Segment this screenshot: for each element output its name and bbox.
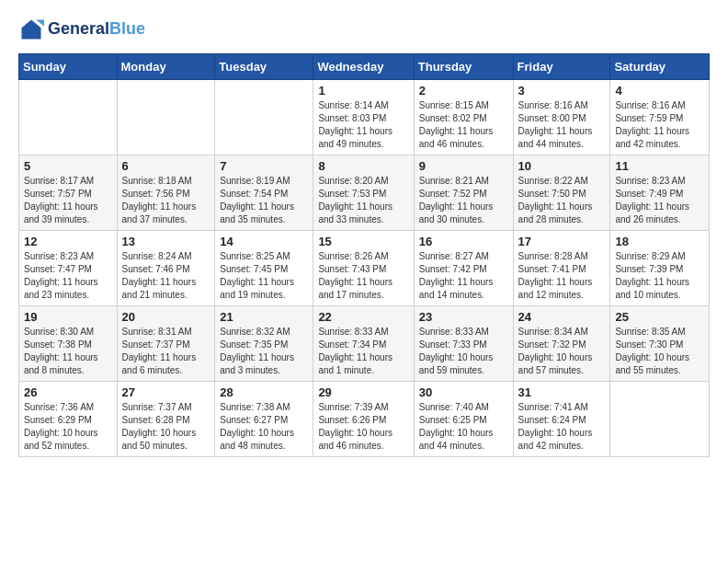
calendar-cell: 1Sunrise: 8:14 AM Sunset: 8:03 PM Daylig… [313,80,414,155]
calendar-cell: 11Sunrise: 8:23 AM Sunset: 7:49 PM Dayli… [610,155,710,231]
day-info: Sunrise: 8:16 AM Sunset: 7:59 PM Dayligh… [615,99,704,151]
day-info: Sunrise: 7:39 AM Sunset: 6:26 PM Dayligh… [318,401,408,453]
day-number: 6 [122,159,210,173]
calendar-cell: 25Sunrise: 8:35 AM Sunset: 7:30 PM Dayli… [610,306,710,382]
calendar-week-4: 19Sunrise: 8:30 AM Sunset: 7:38 PM Dayli… [19,306,710,382]
day-number: 18 [615,235,704,248]
day-number: 14 [220,235,308,248]
header: GeneralBlue [18,17,710,42]
day-info: Sunrise: 8:32 AM Sunset: 7:35 PM Dayligh… [220,326,308,377]
weekday-header-tuesday: Tuesday [215,54,313,80]
calendar-cell: 30Sunrise: 7:40 AM Sunset: 6:25 PM Dayli… [414,382,513,457]
calendar-cell: 10Sunrise: 8:22 AM Sunset: 7:50 PM Dayli… [513,155,610,231]
calendar-cell: 2Sunrise: 8:15 AM Sunset: 8:02 PM Daylig… [414,80,513,155]
calendar-cell [19,80,118,155]
day-number: 9 [419,159,508,173]
day-number: 20 [122,310,210,324]
day-number: 1 [318,84,408,98]
day-info: Sunrise: 8:15 AM Sunset: 8:02 PM Dayligh… [419,99,508,151]
day-info: Sunrise: 7:40 AM Sunset: 6:25 PM Dayligh… [419,401,508,453]
logo-icon [18,17,44,42]
day-info: Sunrise: 7:41 AM Sunset: 6:24 PM Dayligh… [518,401,606,453]
weekday-header-saturday: Saturday [610,54,710,80]
day-number: 5 [24,159,112,173]
day-info: Sunrise: 8:21 AM Sunset: 7:52 PM Dayligh… [419,175,508,226]
weekday-header-row: SundayMondayTuesdayWednesdayThursdayFrid… [19,54,710,80]
day-number: 3 [518,84,606,98]
day-info: Sunrise: 7:38 AM Sunset: 6:27 PM Dayligh… [220,401,308,453]
day-info: Sunrise: 8:35 AM Sunset: 7:30 PM Dayligh… [615,326,704,377]
day-number: 2 [419,84,508,98]
calendar-cell: 13Sunrise: 8:24 AM Sunset: 7:46 PM Dayli… [117,231,215,306]
weekday-header-monday: Monday [117,54,215,80]
weekday-header-sunday: Sunday [19,54,118,80]
day-number: 22 [318,310,408,324]
calendar-cell: 27Sunrise: 7:37 AM Sunset: 6:28 PM Dayli… [117,382,215,457]
calendar-cell [117,80,215,155]
calendar-week-3: 12Sunrise: 8:23 AM Sunset: 7:47 PM Dayli… [19,231,710,306]
calendar-cell: 6Sunrise: 8:18 AM Sunset: 7:56 PM Daylig… [117,155,215,231]
day-info: Sunrise: 8:17 AM Sunset: 7:57 PM Dayligh… [24,175,112,226]
calendar-cell: 9Sunrise: 8:21 AM Sunset: 7:52 PM Daylig… [414,155,513,231]
day-number: 7 [220,159,308,173]
day-info: Sunrise: 8:18 AM Sunset: 7:56 PM Dayligh… [122,175,210,226]
calendar-week-1: 1Sunrise: 8:14 AM Sunset: 8:03 PM Daylig… [19,80,710,155]
day-number: 17 [518,235,606,248]
calendar-cell: 16Sunrise: 8:27 AM Sunset: 7:42 PM Dayli… [414,231,513,306]
day-info: Sunrise: 8:27 AM Sunset: 7:42 PM Dayligh… [419,250,508,302]
day-number: 30 [419,385,508,399]
day-info: Sunrise: 8:22 AM Sunset: 7:50 PM Dayligh… [518,175,606,226]
day-number: 21 [220,310,308,324]
calendar-cell: 12Sunrise: 8:23 AM Sunset: 7:47 PM Dayli… [19,231,118,306]
day-number: 16 [419,235,508,248]
day-number: 8 [318,159,408,173]
day-info: Sunrise: 8:28 AM Sunset: 7:41 PM Dayligh… [518,250,606,302]
calendar-cell: 18Sunrise: 8:29 AM Sunset: 7:39 PM Dayli… [610,231,710,306]
day-info: Sunrise: 8:23 AM Sunset: 7:47 PM Dayligh… [24,250,112,302]
day-number: 28 [220,385,308,399]
calendar-table: SundayMondayTuesdayWednesdayThursdayFrid… [18,53,710,457]
day-number: 24 [518,310,606,324]
calendar-cell: 15Sunrise: 8:26 AM Sunset: 7:43 PM Dayli… [313,231,414,306]
calendar-cell [215,80,313,155]
calendar-cell: 28Sunrise: 7:38 AM Sunset: 6:27 PM Dayli… [215,382,313,457]
calendar-cell: 24Sunrise: 8:34 AM Sunset: 7:32 PM Dayli… [513,306,610,382]
weekday-header-thursday: Thursday [414,54,513,80]
day-info: Sunrise: 8:33 AM Sunset: 7:33 PM Dayligh… [419,326,508,377]
day-number: 31 [518,385,606,399]
day-number: 13 [122,235,210,248]
day-info: Sunrise: 8:24 AM Sunset: 7:46 PM Dayligh… [122,250,210,302]
calendar-cell: 3Sunrise: 8:16 AM Sunset: 8:00 PM Daylig… [513,80,610,155]
calendar-week-2: 5Sunrise: 8:17 AM Sunset: 7:57 PM Daylig… [19,155,710,231]
day-info: Sunrise: 8:34 AM Sunset: 7:32 PM Dayligh… [518,326,606,377]
calendar-cell: 14Sunrise: 8:25 AM Sunset: 7:45 PM Dayli… [215,231,313,306]
calendar-cell: 5Sunrise: 8:17 AM Sunset: 7:57 PM Daylig… [19,155,118,231]
day-info: Sunrise: 8:23 AM Sunset: 7:49 PM Dayligh… [615,175,704,226]
day-info: Sunrise: 8:30 AM Sunset: 7:38 PM Dayligh… [24,326,112,377]
logo: GeneralBlue [18,17,145,42]
day-info: Sunrise: 7:37 AM Sunset: 6:28 PM Dayligh… [122,401,210,453]
calendar-cell: 22Sunrise: 8:33 AM Sunset: 7:34 PM Dayli… [313,306,414,382]
day-info: Sunrise: 8:16 AM Sunset: 8:00 PM Dayligh… [518,99,606,151]
day-info: Sunrise: 8:14 AM Sunset: 8:03 PM Dayligh… [318,99,408,151]
day-info: Sunrise: 8:25 AM Sunset: 7:45 PM Dayligh… [220,250,308,302]
calendar-cell: 19Sunrise: 8:30 AM Sunset: 7:38 PM Dayli… [19,306,118,382]
day-info: Sunrise: 8:31 AM Sunset: 7:37 PM Dayligh… [122,326,210,377]
day-number: 11 [615,159,704,173]
day-number: 27 [122,385,210,399]
day-number: 15 [318,235,408,248]
calendar-cell [610,382,710,457]
day-number: 23 [419,310,508,324]
day-info: Sunrise: 8:26 AM Sunset: 7:43 PM Dayligh… [318,250,408,302]
day-number: 25 [615,310,704,324]
calendar-cell: 20Sunrise: 8:31 AM Sunset: 7:37 PM Dayli… [117,306,215,382]
day-number: 29 [318,385,408,399]
day-info: Sunrise: 8:19 AM Sunset: 7:54 PM Dayligh… [220,175,308,226]
calendar-cell: 26Sunrise: 7:36 AM Sunset: 6:29 PM Dayli… [19,382,118,457]
day-info: Sunrise: 8:29 AM Sunset: 7:39 PM Dayligh… [615,250,704,302]
weekday-header-wednesday: Wednesday [313,54,414,80]
day-number: 26 [24,385,112,399]
day-info: Sunrise: 8:20 AM Sunset: 7:53 PM Dayligh… [318,175,408,226]
svg-marker-0 [22,20,41,40]
calendar-cell: 8Sunrise: 8:20 AM Sunset: 7:53 PM Daylig… [313,155,414,231]
